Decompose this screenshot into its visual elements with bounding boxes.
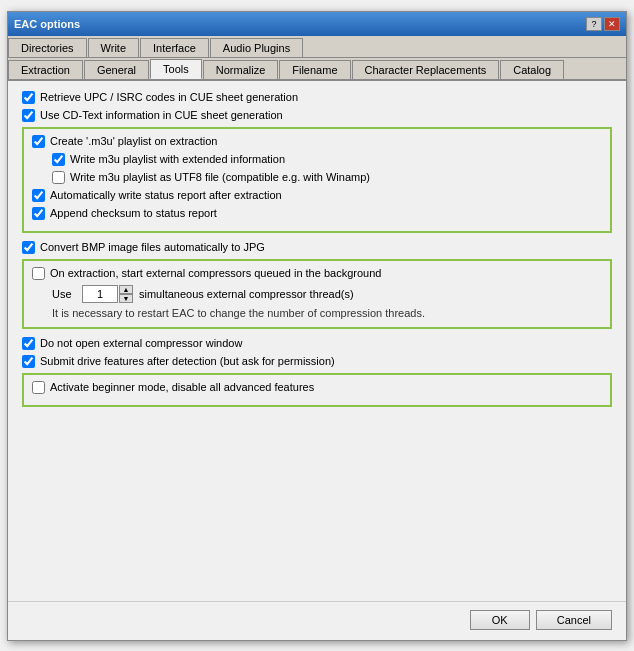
auto-write-status-checkbox[interactable] [32, 189, 45, 202]
close-button[interactable]: ✕ [604, 17, 620, 31]
retrieve-upc-row: Retrieve UPC / ISRC codes in CUE sheet g… [22, 91, 612, 104]
content-area: Retrieve UPC / ISRC codes in CUE sheet g… [8, 81, 626, 601]
help-button[interactable]: ? [586, 17, 602, 31]
write-m3u-extended-label: Write m3u playlist with extended informa… [70, 153, 285, 165]
convert-bmp-label: Convert BMP image files automatically to… [40, 241, 265, 253]
append-checksum-row: Append checksum to status report [32, 207, 602, 220]
append-checksum-label: Append checksum to status report [50, 207, 217, 219]
m3u-group-box: Create '.m3u' playlist on extraction Wri… [22, 127, 612, 233]
start-compressors-checkbox[interactable] [32, 267, 45, 280]
write-m3u-utf8-row: Write m3u playlist as UTF8 file (compati… [52, 171, 602, 184]
activate-beginner-label: Activate beginner mode, disable all adva… [50, 381, 314, 393]
tab-row-1: Directories Write Interface Audio Plugin… [8, 36, 626, 58]
titlebar-buttons: ? ✕ [586, 17, 620, 31]
submit-drive-row: Submit drive features after detection (b… [22, 355, 612, 368]
tab-interface[interactable]: Interface [140, 38, 209, 57]
write-m3u-extended-checkbox[interactable] [52, 153, 65, 166]
write-m3u-extended-row: Write m3u playlist with extended informa… [52, 153, 602, 166]
activate-beginner-checkbox[interactable] [32, 381, 45, 394]
tab-extraction[interactable]: Extraction [8, 60, 83, 79]
create-m3u-row: Create '.m3u' playlist on extraction [32, 135, 602, 148]
append-checksum-checkbox[interactable] [32, 207, 45, 220]
ok-button[interactable]: OK [470, 610, 530, 630]
convert-bmp-row: Convert BMP image files automatically to… [22, 241, 612, 254]
tab-directories[interactable]: Directories [8, 38, 87, 57]
start-compressors-row: On extraction, start external compressor… [32, 267, 602, 280]
use-cd-text-row: Use CD-Text information in CUE sheet gen… [22, 109, 612, 122]
cancel-button[interactable]: Cancel [536, 610, 612, 630]
submit-drive-label: Submit drive features after detection (b… [40, 355, 335, 367]
beginner-mode-box: Activate beginner mode, disable all adva… [22, 373, 612, 407]
auto-write-status-label: Automatically write status report after … [50, 189, 282, 201]
auto-write-status-row: Automatically write status report after … [32, 189, 602, 202]
window-title: EAC options [14, 18, 80, 30]
spinner-down-button[interactable]: ▼ [119, 294, 133, 303]
do-not-open-row: Do not open external compressor window [22, 337, 612, 350]
tab-catalog[interactable]: Catalog [500, 60, 564, 79]
tab-normalize[interactable]: Normalize [203, 60, 279, 79]
spinner-after-label: simultaneous external compressor thread(… [139, 288, 354, 300]
compressor-group-box: On extraction, start external compressor… [22, 259, 612, 329]
submit-drive-checkbox[interactable] [22, 355, 35, 368]
tab-write[interactable]: Write [88, 38, 139, 57]
tab-row-2: Extraction General Tools Normalize Filen… [8, 58, 626, 81]
use-cd-text-checkbox[interactable] [22, 109, 35, 122]
create-m3u-label: Create '.m3u' playlist on extraction [50, 135, 217, 147]
tab-general[interactable]: General [84, 60, 149, 79]
write-m3u-utf8-label: Write m3u playlist as UTF8 file (compati… [70, 171, 370, 183]
tab-character-replacements[interactable]: Character Replacements [352, 60, 500, 79]
button-row: OK Cancel [8, 601, 626, 640]
tab-audio-plugins[interactable]: Audio Plugins [210, 38, 303, 57]
spinner-row: Use ▲ ▼ simultaneous external compressor… [52, 285, 602, 303]
main-window: EAC options ? ✕ Directories Write Interf… [7, 11, 627, 641]
convert-bmp-checkbox[interactable] [22, 241, 35, 254]
spinner-label: Use [52, 288, 82, 300]
do-not-open-checkbox[interactable] [22, 337, 35, 350]
tab-tools[interactable]: Tools [150, 59, 202, 79]
use-cd-text-label: Use CD-Text information in CUE sheet gen… [40, 109, 283, 121]
retrieve-upc-label: Retrieve UPC / ISRC codes in CUE sheet g… [40, 91, 298, 103]
spinner-up-button[interactable]: ▲ [119, 285, 133, 294]
retrieve-upc-checkbox[interactable] [22, 91, 35, 104]
spinner-input[interactable] [82, 285, 118, 303]
do-not-open-label: Do not open external compressor window [40, 337, 242, 349]
create-m3u-checkbox[interactable] [32, 135, 45, 148]
start-compressors-label: On extraction, start external compressor… [50, 267, 381, 279]
compression-note: It is necessary to restart EAC to change… [52, 307, 602, 319]
activate-beginner-row: Activate beginner mode, disable all adva… [32, 381, 602, 394]
write-m3u-utf8-checkbox[interactable] [52, 171, 65, 184]
tab-filename[interactable]: Filename [279, 60, 350, 79]
spinner-buttons: ▲ ▼ [119, 285, 133, 303]
titlebar: EAC options ? ✕ [8, 12, 626, 36]
